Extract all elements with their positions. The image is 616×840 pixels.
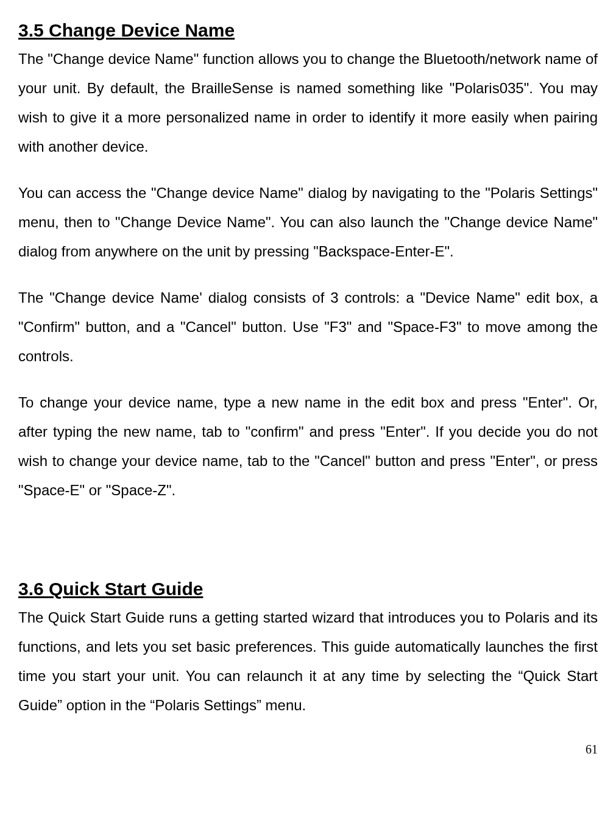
section-heading-change-device-name: 3.5 Change Device Name	[18, 18, 598, 42]
section-heading-quick-start-guide: 3.6 Quick Start Guide	[18, 577, 598, 601]
body-paragraph: The "Change device Name' dialog consists…	[18, 283, 598, 371]
body-paragraph: The Quick Start Guide runs a getting sta…	[18, 603, 598, 720]
body-paragraph: The "Change device Name" function allows…	[18, 44, 598, 161]
body-paragraph: To change your device name, type a new n…	[18, 388, 598, 505]
body-paragraph: You can access the "Change device Name" …	[18, 178, 598, 266]
section-spacer	[18, 522, 598, 577]
page-number: 61	[18, 737, 598, 761]
